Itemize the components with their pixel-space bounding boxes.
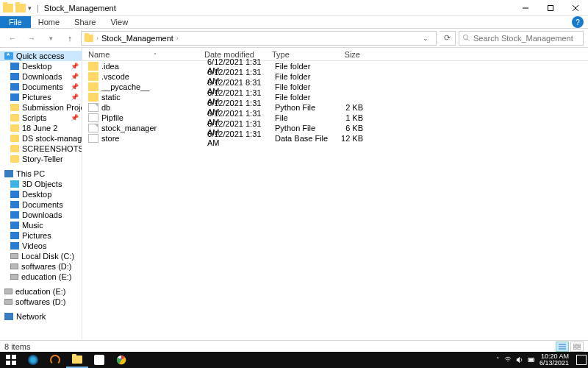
- taskbar-app-2[interactable]: [44, 352, 66, 368]
- file-list[interactable]: Name˄ Date modified Type Size .idea6/12/…: [82, 48, 588, 340]
- battery-icon[interactable]: [528, 356, 535, 364]
- sort-asc-icon: ˄: [154, 52, 157, 59]
- file-row[interactable]: .vscode6/12/2021 1:31 AMFile folder: [82, 71, 588, 82]
- sidebar-item[interactable]: Pictures📌: [0, 92, 82, 102]
- column-header-size[interactable]: Size: [326, 50, 360, 59]
- sidebar-item[interactable]: Pictures: [0, 230, 82, 241]
- item-icon: [10, 232, 19, 239]
- sidebar-item-label: Music: [22, 221, 43, 230]
- refresh-button[interactable]: ⟳: [440, 31, 456, 46]
- breadcrumb-root[interactable]: Stock_Management: [101, 34, 173, 43]
- file-name: stock_manager: [101, 124, 207, 132]
- sidebar-item-label: Desktop: [22, 62, 51, 71]
- maximize-button[interactable]: [538, 0, 563, 16]
- folder-icon: [10, 155, 19, 163]
- file-name: store: [101, 134, 207, 143]
- start-button[interactable]: [0, 352, 22, 368]
- tab-share[interactable]: Share: [67, 16, 103, 28]
- file-icon: [88, 82, 98, 91]
- title-separator: |: [37, 4, 39, 13]
- sidebar-item[interactable]: education (E:): [0, 286, 82, 297]
- sidebar-item[interactable]: Downloads📌: [0, 71, 82, 82]
- svg-rect-14: [12, 355, 16, 359]
- file-row[interactable]: Pipfile6/12/2021 1:31 AMFile1 KB: [82, 113, 588, 123]
- folder-icon: [10, 135, 19, 142]
- help-icon[interactable]: ?: [572, 16, 584, 28]
- qat-dropdown-icon[interactable]: ▾: [28, 4, 32, 12]
- file-row[interactable]: __pycache__6/12/2021 8:31 AMFile folder: [82, 82, 588, 92]
- pin-icon: 📌: [71, 83, 79, 91]
- address-dropdown-icon[interactable]: ⌄: [418, 35, 433, 42]
- sidebar-item[interactable]: education (E:): [0, 272, 82, 282]
- sidebar-item[interactable]: SCREENSHOTS: [0, 144, 82, 154]
- recent-dropdown-icon[interactable]: ▾: [43, 31, 59, 46]
- file-row[interactable]: store6/12/2021 1:31 AMData Base File12 K…: [82, 133, 588, 144]
- sidebar-item-label: Desktop: [22, 190, 51, 199]
- sidebar-item[interactable]: Scripts📌: [0, 113, 82, 123]
- sidebar-this-pc[interactable]: This PC: [0, 169, 82, 179]
- network-icon: [4, 313, 13, 320]
- chevron-right-icon[interactable]: ›: [176, 35, 179, 42]
- pin-icon: 📌: [71, 63, 79, 70]
- file-size: 12 KB: [329, 134, 363, 143]
- sidebar-quick-access[interactable]: Quick access: [0, 51, 82, 61]
- sidebar-item[interactable]: Documents: [0, 199, 82, 210]
- sidebar-item[interactable]: Local Disk (C:): [0, 251, 82, 261]
- view-details-button[interactable]: [556, 342, 569, 352]
- volume-icon[interactable]: [516, 356, 523, 364]
- sidebar-item[interactable]: 18 June 2: [0, 123, 82, 133]
- taskbar-explorer[interactable]: [66, 352, 88, 368]
- taskbar-app-3[interactable]: [88, 352, 110, 368]
- sidebar-item[interactable]: 3D Objects: [0, 179, 82, 189]
- sidebar-item[interactable]: Music: [0, 220, 82, 230]
- sidebar-item[interactable]: Submission Projects📌: [0, 102, 82, 113]
- tab-view[interactable]: View: [103, 16, 135, 28]
- column-header-name[interactable]: Name˄: [88, 50, 204, 59]
- taskbar-clock[interactable]: 10:20 AM 6/13/2021: [539, 353, 569, 367]
- taskbar-app-1[interactable]: [22, 352, 44, 368]
- item-icon: [10, 180, 19, 188]
- chevron-right-icon[interactable]: ›: [96, 35, 98, 42]
- view-large-icons-button[interactable]: [570, 342, 584, 352]
- folder-icon: [10, 83, 19, 91]
- sidebar-item[interactable]: Downloads: [0, 210, 82, 220]
- column-header-type[interactable]: Type: [272, 50, 326, 59]
- sidebar-item[interactable]: Story-Teller: [0, 154, 82, 164]
- sidebar-item-label: Submission Projects: [22, 103, 82, 112]
- search-input[interactable]: Search Stock_Management: [459, 31, 584, 46]
- tab-file[interactable]: File: [0, 16, 31, 28]
- back-button[interactable]: ←: [4, 31, 21, 46]
- file-name: static: [101, 93, 207, 102]
- file-row[interactable]: static6/12/2021 1:31 AMFile folder: [82, 92, 588, 102]
- tab-home[interactable]: Home: [31, 16, 67, 28]
- file-row[interactable]: stock_manager6/12/2021 1:31 AMPython Fil…: [82, 123, 588, 133]
- file-size: 2 KB: [329, 103, 363, 112]
- address-bar[interactable]: › Stock_Management › ⌄: [81, 31, 437, 46]
- sidebar-item[interactable]: Documents📌: [0, 82, 82, 92]
- wifi-icon[interactable]: [504, 356, 512, 364]
- svg-rect-1: [548, 5, 553, 10]
- taskbar-chrome[interactable]: [110, 352, 132, 368]
- file-name: db: [101, 103, 207, 112]
- file-icon: [88, 62, 98, 71]
- svg-rect-20: [534, 359, 534, 361]
- file-row[interactable]: db6/12/2021 1:31 AMPython File2 KB: [82, 102, 588, 113]
- sidebar-item[interactable]: DS stock-management: [0, 133, 82, 144]
- file-row[interactable]: .idea6/12/2021 1:31 AMFile folder: [82, 61, 588, 71]
- forward-button[interactable]: →: [24, 31, 40, 46]
- minimize-button[interactable]: [513, 0, 538, 16]
- sidebar-item[interactable]: softwares (D:): [0, 297, 82, 307]
- sidebar-label: Network: [16, 312, 46, 321]
- sidebar-item[interactable]: Videos: [0, 241, 82, 251]
- qat-folder-icon[interactable]: [15, 4, 26, 13]
- close-button[interactable]: [563, 0, 588, 16]
- sidebar-item[interactable]: Desktop: [0, 189, 82, 199]
- up-button[interactable]: ↑: [62, 31, 78, 46]
- sidebar-item[interactable]: softwares (D:): [0, 261, 82, 272]
- file-type: Data Base File: [275, 134, 329, 143]
- notification-center-icon[interactable]: [576, 355, 587, 365]
- sidebar-item[interactable]: Desktop📌: [0, 61, 82, 71]
- taskbar: ˄ 10:20 AM 6/13/2021: [0, 352, 588, 368]
- sidebar-network[interactable]: Network: [0, 311, 82, 322]
- tray-chevron-icon[interactable]: ˄: [496, 356, 500, 364]
